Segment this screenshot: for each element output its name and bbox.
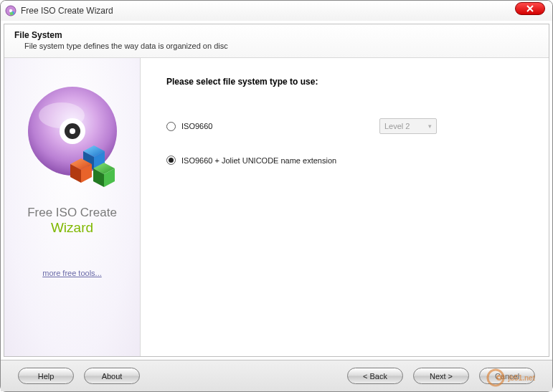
main-panel: Please select file system type to use: I… — [141, 58, 549, 356]
chevron-down-icon: ▾ — [428, 123, 432, 130]
app-window: Free ISO Create Wizard File System File … — [0, 0, 553, 392]
brand-text: Free ISO Create Wizard — [27, 206, 117, 236]
page-header-title: File System — [14, 30, 539, 40]
cancel-button[interactable]: Cancel — [479, 368, 535, 384]
app-icon — [5, 5, 16, 16]
svg-point-10 — [70, 128, 75, 134]
sidebar: Free ISO Create Wizard more free tools..… — [4, 58, 141, 356]
footer-bar: Help About < Back Next > Cancel — [1, 360, 552, 391]
content-area: Free ISO Create Wizard more free tools..… — [4, 58, 549, 356]
option-iso9660: ISO9660 Level 2 ▾ — [166, 118, 523, 134]
inner-frame: File System File system type defines the… — [4, 24, 549, 357]
brand-graphic — [19, 80, 126, 196]
next-button[interactable]: Next > — [413, 368, 469, 384]
back-button[interactable]: < Back — [347, 368, 403, 384]
radio-iso9660-joliet[interactable] — [166, 156, 176, 165]
label-iso9660-joliet: ISO9660 + Joliet UNICODE name extension — [181, 156, 336, 165]
page-header-subtitle: File system type defines the way data is… — [24, 42, 539, 50]
more-tools-link[interactable]: more free tools... — [42, 269, 102, 277]
close-icon — [526, 5, 534, 12]
about-button[interactable]: About — [84, 368, 140, 384]
titlebar: Free ISO Create Wizard — [1, 1, 552, 21]
option-iso9660-joliet: ISO9660 + Joliet UNICODE name extension — [166, 156, 523, 165]
help-button[interactable]: Help — [18, 368, 74, 384]
label-iso9660: ISO9660 — [181, 122, 212, 130]
radio-iso9660[interactable] — [166, 122, 176, 131]
brand-line1: Free ISO Create — [27, 206, 117, 220]
page-header: File System File system type defines the… — [4, 24, 549, 58]
iso-level-value: Level 2 — [384, 122, 410, 130]
filesystem-prompt: Please select file system type to use: — [166, 77, 523, 87]
svg-rect-3 — [10, 12, 14, 16]
iso-level-combo: Level 2 ▾ — [379, 118, 437, 134]
close-button[interactable] — [515, 2, 545, 15]
window-title: Free ISO Create Wizard — [21, 6, 113, 16]
brand-line2: Wizard — [27, 220, 117, 236]
